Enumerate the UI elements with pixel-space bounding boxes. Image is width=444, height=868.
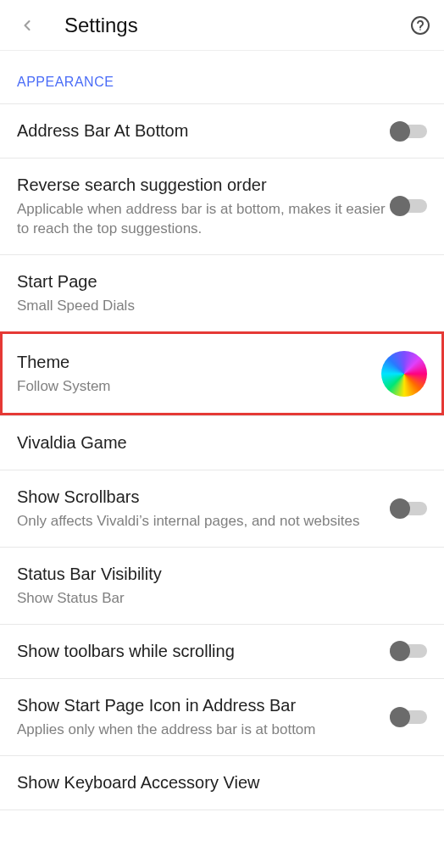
row-title: Address Bar At Bottom [17,120,390,142]
row-title: Reverse search suggestion order [17,174,390,197]
row-title: Vivaldia Game [17,431,427,454]
row-show-scrollbars[interactable]: Show Scrollbars Only affects Vivaldi’s i… [0,470,444,547]
header-bar: Settings [0,0,444,51]
row-subtitle: Follow System [17,377,381,397]
row-keyboard-accessory[interactable]: Show Keyboard Accessory View [0,755,444,810]
row-title: Show Start Page Icon in Address Bar [17,694,390,717]
row-status-bar-visibility[interactable]: Status Bar Visibility Show Status Bar [0,547,444,624]
row-reverse-search[interactable]: Reverse search suggestion order Applicab… [0,158,444,254]
row-subtitle: Only affects Vivaldi’s internal pages, a… [17,512,390,531]
row-title: Theme [17,351,381,374]
help-icon[interactable] [410,15,430,36]
row-start-page[interactable]: Start Page Small Speed Dials [0,254,444,331]
settings-list: Address Bar At Bottom Reverse search sug… [0,103,444,810]
svg-point-0 [412,17,429,34]
row-subtitle: Applicable when address bar is at bottom… [17,200,390,239]
toggle-show-toolbars[interactable] [390,641,427,661]
toggle-show-scrollbars[interactable] [390,498,427,519]
row-show-toolbars-scrolling[interactable]: Show toolbars while scrolling [0,624,444,678]
row-subtitle: Small Speed Dials [17,297,427,316]
row-title: Start Page [17,270,427,293]
section-header-appearance: APPEARANCE [0,51,444,103]
svg-point-1 [419,29,421,31]
row-title: Show toolbars while scrolling [17,640,390,663]
toggle-address-bar-bottom[interactable] [390,121,427,142]
row-title: Show Keyboard Accessory View [17,771,427,794]
page-title: Settings [64,14,410,37]
row-subtitle: Show Status Bar [17,589,427,609]
toggle-reverse-search[interactable] [390,196,427,216]
row-subtitle: Applies only when the address bar is at … [17,721,390,740]
row-title: Show Scrollbars [17,486,390,509]
row-theme[interactable]: Theme Follow System [0,331,444,415]
color-wheel-icon [381,351,427,397]
row-start-page-icon[interactable]: Show Start Page Icon in Address Bar Appl… [0,678,444,755]
toggle-start-page-icon[interactable] [390,707,427,727]
row-address-bar-bottom[interactable]: Address Bar At Bottom [0,103,444,158]
row-title: Status Bar Visibility [17,563,427,586]
back-icon[interactable] [17,15,37,36]
row-vivaldia-game[interactable]: Vivaldia Game [0,415,444,470]
